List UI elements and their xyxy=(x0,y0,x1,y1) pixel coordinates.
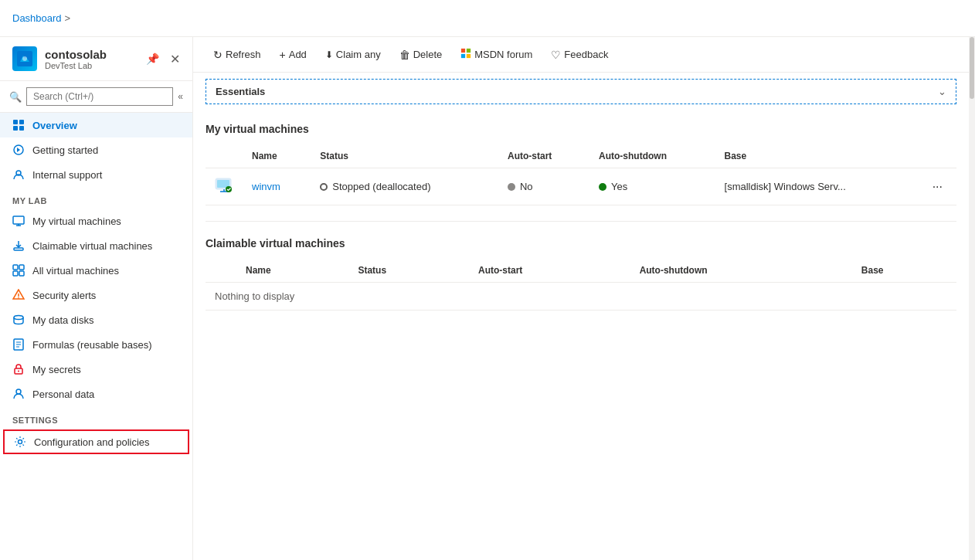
svg-rect-5 xyxy=(19,126,24,131)
vm-status: Stopped (deallocated) xyxy=(320,181,489,192)
claim-any-button[interactable]: ⬇ Claim any xyxy=(318,44,389,65)
sidebar-item-formulas[interactable]: Formulas (reusable bases) xyxy=(0,332,192,357)
delete-label: Delete xyxy=(413,49,443,60)
svg-point-1 xyxy=(22,56,27,61)
claimable-vms-icon xyxy=(12,239,25,252)
add-icon: + xyxy=(280,49,286,61)
sidebar-item-claimable-vms[interactable]: Claimable virtual machines xyxy=(0,233,192,258)
delete-icon: 🗑 xyxy=(399,49,410,61)
feedback-button[interactable]: ♡ Feedback xyxy=(543,44,616,66)
svg-rect-22 xyxy=(467,49,471,53)
nothing-to-display-text: Nothing to display xyxy=(215,283,294,310)
claimable-col-base-header: Base xyxy=(852,259,956,283)
claimable-empty-row: Nothing to display xyxy=(206,283,956,311)
pin-icon[interactable]: 📌 xyxy=(146,53,159,65)
add-label: Add xyxy=(289,49,307,60)
sidebar-item-overview[interactable]: Overview xyxy=(0,113,192,137)
msdn-label: MSDN forum xyxy=(474,49,532,60)
msdn-forum-button[interactable]: MSDN forum xyxy=(453,43,540,66)
claimable-vms-table: Name Status Auto-start Auto-shutdown Bas… xyxy=(206,259,956,311)
refresh-icon: ↻ xyxy=(213,49,223,61)
svg-rect-10 xyxy=(13,265,18,270)
svg-rect-12 xyxy=(13,271,18,276)
internal-support-icon xyxy=(12,168,25,181)
breadcrumb-separator: > xyxy=(65,12,71,24)
claim-label: Claim any xyxy=(336,49,381,60)
svg-rect-2 xyxy=(13,120,18,124)
search-input[interactable] xyxy=(26,87,173,106)
add-button[interactable]: + Add xyxy=(272,44,314,66)
sidebar-item-all-vms-label: All virtual machines xyxy=(32,265,119,277)
collapse-sidebar-button[interactable]: « xyxy=(178,91,183,102)
config-policies-icon xyxy=(14,436,26,448)
scrollbar-thumb[interactable] xyxy=(970,37,974,99)
search-icon: 🔍 xyxy=(9,91,22,103)
vm-actions-cell: ··· xyxy=(919,168,956,205)
sidebar-item-overview-label: Overview xyxy=(32,120,77,131)
sidebar-item-my-secrets-label: My secrets xyxy=(32,364,81,375)
vm-autoshutdown-cell: Yes xyxy=(589,168,715,205)
col-name-header: Name xyxy=(243,144,311,168)
sidebar-item-internal-support-label: Internal support xyxy=(32,169,102,181)
sidebar-item-my-vms[interactable]: My virtual machines xyxy=(0,209,192,233)
svg-point-15 xyxy=(14,316,23,320)
vm-base-text: [smalldisk] Windows Serv... xyxy=(725,181,846,192)
sidebar-item-config-policies[interactable]: Configuration and policies xyxy=(3,429,189,454)
data-disks-icon xyxy=(12,314,25,326)
sidebar-item-claimable-vms-label: Claimable virtual machines xyxy=(32,240,152,252)
autostart-no-icon xyxy=(508,183,515,191)
delete-button[interactable]: 🗑 Delete xyxy=(392,44,450,66)
sidebar-item-data-disks[interactable]: My data disks xyxy=(0,307,192,332)
col-autostart-header: Auto-start xyxy=(498,144,589,168)
section-divider xyxy=(206,221,956,222)
col-actions-header xyxy=(919,144,956,168)
svg-rect-3 xyxy=(19,120,24,124)
vm-status-cell: Stopped (deallocated) xyxy=(311,168,498,205)
col-autoshutdown-header: Auto-shutdown xyxy=(589,144,715,168)
scrollbar-track[interactable] xyxy=(969,37,975,560)
vm-more-button[interactable]: ··· xyxy=(928,178,947,195)
sidebar-item-getting-started[interactable]: Getting started xyxy=(0,137,192,162)
claimable-col-autostart-header: Auto-start xyxy=(469,259,630,283)
svg-point-18 xyxy=(18,371,19,372)
sidebar-item-all-vms[interactable]: All virtual machines xyxy=(0,258,192,283)
svg-rect-4 xyxy=(13,126,18,131)
refresh-button[interactable]: ↻ Refresh xyxy=(206,44,269,66)
svg-rect-8 xyxy=(13,216,24,224)
sidebar-item-personal-data-label: Personal data xyxy=(32,389,94,400)
sidebar-item-getting-started-label: Getting started xyxy=(32,144,98,156)
breadcrumb-dashboard[interactable]: Dashboard xyxy=(12,12,62,24)
vms-table: Name Status Auto-start Auto-shutdown Bas… xyxy=(206,144,956,205)
sidebar-item-config-policies-label: Configuration and policies xyxy=(34,436,150,448)
sidebar-item-security-alerts[interactable]: Security alerts xyxy=(0,283,192,307)
close-icon[interactable]: ✕ xyxy=(170,52,180,66)
claimable-section-title: Claimable virtual machines xyxy=(206,237,956,249)
essentials-panel[interactable]: Essentials ⌄ xyxy=(206,79,956,104)
vm-name-link[interactable]: winvm xyxy=(252,181,280,192)
svg-rect-24 xyxy=(467,54,471,58)
col-icon-header xyxy=(206,144,243,168)
overview-icon xyxy=(12,119,25,131)
table-row: winvm Stopped (deallocated) No xyxy=(206,168,956,205)
svg-point-19 xyxy=(16,389,21,394)
vm-autostart-cell: No xyxy=(498,168,589,205)
vm-autostart-text: No xyxy=(520,181,533,192)
main-layout: contosolab DevTest Lab 📌 ✕ 🔍 « Overview … xyxy=(0,37,975,560)
sidebar-item-my-vms-label: My virtual machines xyxy=(32,216,121,227)
sidebar-item-personal-data[interactable]: Personal data xyxy=(0,382,192,406)
essentials-label: Essentials xyxy=(216,86,265,97)
sidebar-item-my-secrets[interactable]: My secrets xyxy=(0,357,192,382)
essentials-chevron: ⌄ xyxy=(938,86,946,97)
search-box: 🔍 « xyxy=(0,81,192,113)
sidebar-header: contosolab DevTest Lab 📌 ✕ xyxy=(0,37,192,81)
devtest-lab-logo xyxy=(12,46,37,71)
vm-base-cell: [smalldisk] Windows Serv... xyxy=(715,168,919,205)
settings-section-label: Settings xyxy=(0,406,192,428)
my-vms-icon xyxy=(12,215,25,227)
sidebar-title-block: contosolab DevTest Lab xyxy=(45,48,107,70)
main-content-area: ↻ Refresh + Add ⬇ Claim any 🗑 Delete MSD… xyxy=(193,37,969,560)
vm-autoshutdown: Yes xyxy=(599,181,706,192)
security-alerts-icon xyxy=(12,289,25,301)
sidebar-item-internal-support[interactable]: Internal support xyxy=(0,162,192,187)
claimable-col-icon-header xyxy=(206,259,236,283)
